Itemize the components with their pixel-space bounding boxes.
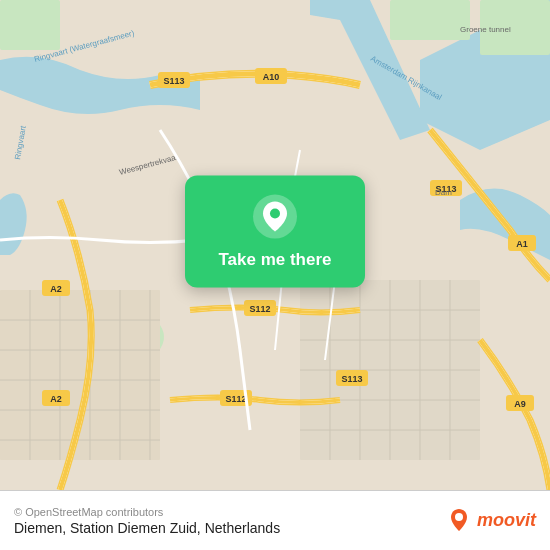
svg-rect-2 (390, 0, 470, 40)
svg-text:S112: S112 (225, 394, 246, 404)
svg-text:Dam: Dam (435, 188, 452, 197)
svg-text:A2: A2 (50, 394, 62, 404)
moovit-label: moovit (477, 510, 536, 531)
footer-text: © OpenStreetMap contributors Diemen, Sta… (14, 506, 280, 536)
svg-text:A10: A10 (263, 72, 280, 82)
svg-text:A1: A1 (516, 239, 528, 249)
svg-rect-17 (0, 290, 160, 460)
svg-text:S113: S113 (341, 374, 362, 384)
location-pin-icon (252, 194, 298, 240)
svg-text:Groene tunnel: Groene tunnel (460, 25, 511, 34)
map-container: A10 S113 A2 A2 A1 A9 S112 (0, 0, 550, 490)
footer-bar: © OpenStreetMap contributors Diemen, Sta… (0, 490, 550, 550)
svg-text:S113: S113 (163, 76, 184, 86)
svg-point-55 (270, 209, 280, 219)
popup-card[interactable]: Take me there (185, 176, 365, 288)
svg-text:S112: S112 (249, 304, 270, 314)
location-text: Diemen, Station Diemen Zuid, Netherlands (14, 520, 280, 536)
svg-point-56 (455, 513, 463, 521)
take-me-there-button[interactable]: Take me there (218, 250, 331, 270)
moovit-icon (445, 507, 473, 535)
copyright-text: © OpenStreetMap contributors (14, 506, 280, 518)
svg-text:A9: A9 (514, 399, 526, 409)
svg-rect-1 (0, 0, 60, 50)
svg-text:A2: A2 (50, 284, 62, 294)
moovit-logo: moovit (445, 507, 536, 535)
